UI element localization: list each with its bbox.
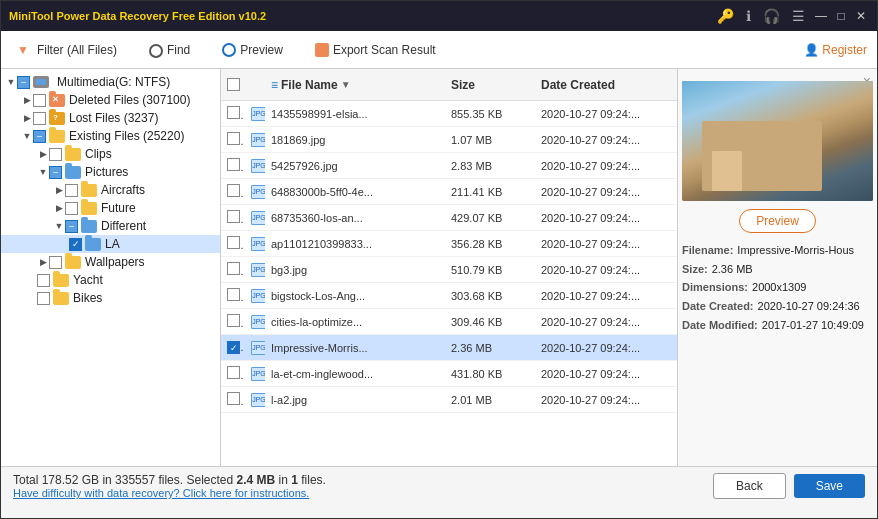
table-row[interactable]: JPG cities-la-optimize... 309.46 KB 2020… bbox=[221, 309, 677, 335]
row-checkbox-cell[interactable] bbox=[221, 366, 245, 381]
tree-item-existing[interactable]: ▼ – Existing Files (25220) bbox=[1, 127, 220, 145]
tree-item-clips[interactable]: ▶ Clips bbox=[1, 145, 220, 163]
row-checkbox[interactable] bbox=[227, 210, 240, 223]
tree-item-future[interactable]: ▶ Future bbox=[1, 199, 220, 217]
tree-checkbox-yacht[interactable] bbox=[37, 274, 50, 287]
tree-checkbox-lost[interactable] bbox=[33, 112, 46, 125]
preview-action-button[interactable]: Preview bbox=[739, 209, 816, 233]
date-created-label: Date Created: bbox=[682, 297, 754, 316]
row-name: Impressive-Morris... bbox=[265, 342, 445, 354]
row-checkbox[interactable] bbox=[227, 314, 240, 327]
col-size-header[interactable]: Size bbox=[445, 78, 535, 92]
row-checkbox-cell[interactable] bbox=[221, 236, 245, 251]
tree-item-yacht[interactable]: Yacht bbox=[1, 271, 220, 289]
table-row[interactable]: JPG 68735360-los-an... 429.07 KB 2020-10… bbox=[221, 205, 677, 231]
file-type-icon: JPG bbox=[251, 263, 265, 277]
row-icon-cell: JPG bbox=[245, 341, 265, 355]
row-checkbox-cell[interactable] bbox=[221, 132, 245, 147]
size-value: 2.36 MB bbox=[712, 260, 753, 279]
row-size: 429.07 KB bbox=[445, 212, 535, 224]
close-button[interactable]: ✕ bbox=[853, 8, 869, 24]
tree-item-deleted[interactable]: ▶ ✕ Deleted Files (307100) bbox=[1, 91, 220, 109]
tree-checkbox-aircrafts[interactable] bbox=[65, 184, 78, 197]
row-checkbox-cell[interactable] bbox=[221, 158, 245, 173]
tree-checkbox-la[interactable]: ✓ bbox=[69, 238, 82, 251]
date-created-value: 2020-10-27 09:24:36 bbox=[758, 297, 860, 316]
row-checkbox-cell[interactable] bbox=[221, 288, 245, 303]
tree-arrow-different: ▼ bbox=[53, 220, 65, 232]
table-row[interactable]: JPG bg3.jpg 510.79 KB 2020-10-27 09:24:.… bbox=[221, 257, 677, 283]
row-checkbox-cell[interactable] bbox=[221, 210, 245, 225]
tree-item-bikes[interactable]: Bikes bbox=[1, 289, 220, 307]
tree-item-lost[interactable]: ▶ ? Lost Files (3237) bbox=[1, 109, 220, 127]
back-button[interactable]: Back bbox=[713, 473, 786, 499]
tree-item-wallpapers[interactable]: ▶ Wallpapers bbox=[1, 253, 220, 271]
row-checkbox-cell[interactable] bbox=[221, 262, 245, 277]
row-size: 2.83 MB bbox=[445, 160, 535, 172]
tree-item-pictures[interactable]: ▼ – Pictures bbox=[1, 163, 220, 181]
table-row[interactable]: JPG 181869.jpg 1.07 MB 2020-10-27 09:24:… bbox=[221, 127, 677, 153]
table-row[interactable]: JPG bigstock-Los-Ang... 303.68 KB 2020-1… bbox=[221, 283, 677, 309]
register-button[interactable]: 👤 Register bbox=[804, 43, 867, 57]
find-button[interactable]: Find bbox=[143, 40, 196, 60]
table-row[interactable]: JPG la-et-cm-inglewood... 431.80 KB 2020… bbox=[221, 361, 677, 387]
headphone-icon[interactable]: 🎧 bbox=[759, 8, 784, 24]
row-checkbox-cell[interactable] bbox=[221, 392, 245, 407]
row-checkbox-cell[interactable] bbox=[221, 314, 245, 329]
maximize-button[interactable]: □ bbox=[833, 8, 849, 24]
col-name-header[interactable]: ≡ File Name ▼ bbox=[265, 78, 445, 92]
tree-checkbox-bikes[interactable] bbox=[37, 292, 50, 305]
file-type-icon: JPG bbox=[251, 289, 265, 303]
col-date-header[interactable]: Date Created bbox=[535, 78, 675, 92]
table-row[interactable]: JPG 1435598991-elsia... 855.35 KB 2020-1… bbox=[221, 101, 677, 127]
select-all-checkbox[interactable] bbox=[227, 78, 240, 91]
row-checkbox[interactable] bbox=[227, 236, 240, 249]
table-row[interactable]: JPG ap1101210399833... 356.28 KB 2020-10… bbox=[221, 231, 677, 257]
preview-button[interactable]: Preview bbox=[216, 40, 289, 60]
detail-filename: Filename: Impressive-Morris-Hous bbox=[682, 241, 873, 260]
tree-checkbox-clips[interactable] bbox=[49, 148, 62, 161]
row-checkbox[interactable] bbox=[227, 288, 240, 301]
file-type-icon: JPG bbox=[251, 107, 265, 121]
table-row[interactable]: JPG l-a2.jpg 2.01 MB 2020-10-27 09:24:..… bbox=[221, 387, 677, 413]
tree-item-aircrafts[interactable]: ▶ Aircrafts bbox=[1, 181, 220, 199]
row-checkbox[interactable] bbox=[227, 392, 240, 405]
tree-checkbox-future[interactable] bbox=[65, 202, 78, 215]
tree-checkbox-different[interactable]: – bbox=[65, 220, 78, 233]
tree-checkbox-deleted[interactable] bbox=[33, 94, 46, 107]
row-checkbox[interactable] bbox=[227, 106, 240, 119]
filter-button[interactable]: ▼ Filter (All Files) bbox=[11, 40, 123, 60]
minimize-button[interactable]: — bbox=[813, 8, 829, 24]
key-icon[interactable]: 🔑 bbox=[713, 8, 738, 24]
tree-checkbox-wallpapers[interactable] bbox=[49, 256, 62, 269]
date-modified-label: Date Modified: bbox=[682, 316, 758, 335]
row-date: 2020-10-27 09:24:... bbox=[535, 394, 675, 406]
tree-checkbox-pictures[interactable]: – bbox=[49, 166, 62, 179]
tree-arrow-deleted: ▶ bbox=[21, 94, 33, 106]
tree-checkbox-multimedia[interactable]: – bbox=[17, 76, 30, 89]
info-icon[interactable]: ℹ bbox=[742, 8, 755, 24]
export-button[interactable]: Export Scan Result bbox=[309, 40, 442, 60]
row-checkbox-cell[interactable] bbox=[221, 184, 245, 199]
row-checkbox[interactable]: ✓ bbox=[227, 341, 240, 354]
help-link[interactable]: Have difficulty with data recovery? Clic… bbox=[13, 487, 326, 499]
row-checkbox[interactable] bbox=[227, 184, 240, 197]
menu-icon[interactable]: ☰ bbox=[788, 8, 809, 24]
row-checkbox[interactable] bbox=[227, 366, 240, 379]
tree-checkbox-existing[interactable]: – bbox=[33, 130, 46, 143]
row-checkbox[interactable] bbox=[227, 132, 240, 145]
tree-item-multimedia[interactable]: ▼ – Multimedia(G: NTFS) bbox=[1, 73, 220, 91]
tree-item-la[interactable]: ✓ LA bbox=[1, 235, 220, 253]
row-checkbox[interactable] bbox=[227, 158, 240, 171]
table-row[interactable]: ✓ JPG Impressive-Morris... 2.36 MB 2020-… bbox=[221, 335, 677, 361]
row-date: 2020-10-27 09:24:... bbox=[535, 160, 675, 172]
row-name: 54257926.jpg bbox=[265, 160, 445, 172]
row-checkbox[interactable] bbox=[227, 262, 240, 275]
table-row[interactable]: JPG 64883000b-5ff0-4e... 211.41 KB 2020-… bbox=[221, 179, 677, 205]
tree-item-different[interactable]: ▼ – Different bbox=[1, 217, 220, 235]
table-row[interactable]: JPG 54257926.jpg 2.83 MB 2020-10-27 09:2… bbox=[221, 153, 677, 179]
row-checkbox-cell[interactable] bbox=[221, 106, 245, 121]
row-checkbox-cell[interactable]: ✓ bbox=[221, 341, 245, 355]
save-button[interactable]: Save bbox=[794, 474, 865, 498]
file-list-header: ≡ File Name ▼ Size Date Created Da bbox=[221, 69, 677, 101]
